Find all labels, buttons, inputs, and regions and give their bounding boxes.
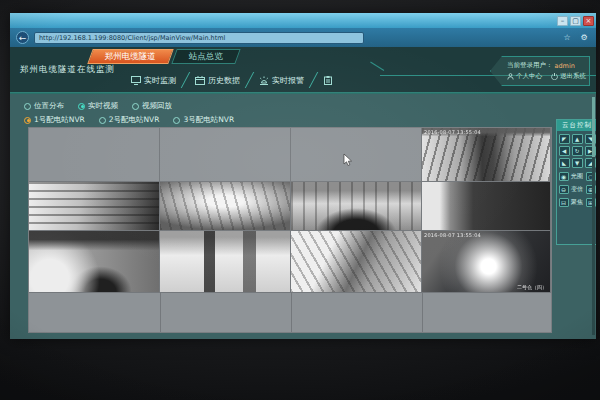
video-cell[interactable] bbox=[291, 231, 422, 293]
ptz-zoom-row: ⊖ 变倍 ⊕ bbox=[557, 183, 596, 196]
focus-label: 聚焦 bbox=[571, 198, 584, 207]
tab-site-overview[interactable]: 站点总览 bbox=[171, 49, 240, 64]
main-toolbar: 实时监测 历史数据 实时报警 bbox=[122, 71, 345, 89]
radio-nvr-3[interactable]: 3号配电站NVR bbox=[173, 115, 234, 125]
logout-link[interactable]: 退出系统 bbox=[551, 72, 586, 81]
power-icon bbox=[551, 73, 558, 80]
radio-icon bbox=[24, 117, 31, 124]
browser-titlebar[interactable]: – ▢ × bbox=[10, 13, 596, 28]
video-cell[interactable] bbox=[291, 182, 422, 231]
profile-link-label: 个人中心 bbox=[516, 72, 542, 81]
toolbar-item-realtime-alarm[interactable]: 实时报警 bbox=[250, 75, 313, 86]
radio-label: 1号配电站NVR bbox=[34, 115, 85, 125]
browser-settings-icon[interactable]: ⚙ bbox=[578, 32, 590, 44]
video-cell[interactable] bbox=[422, 182, 551, 231]
video-wall: 2016-08-07 13:55:04 2016-08-07 13:55:04 … bbox=[28, 127, 552, 333]
focus-near-button[interactable]: ⊟ bbox=[559, 198, 569, 207]
photo-of-monitor: { "browser": { "minimize": "–", "maximiz… bbox=[0, 0, 600, 400]
toolbar-item-history-data[interactable]: 历史数据 bbox=[186, 75, 249, 86]
radio-label: 位置分布 bbox=[34, 101, 64, 111]
camera-feed[interactable] bbox=[29, 182, 159, 230]
video-cell[interactable]: 2016-08-07 13:55:04 二号仓（四） bbox=[422, 231, 551, 293]
radio-nvr-2[interactable]: 2号配电站NVR bbox=[99, 115, 160, 125]
camera-feed[interactable] bbox=[422, 182, 550, 230]
user-links-line: 个人中心 退出系统 bbox=[507, 71, 585, 82]
person-icon bbox=[507, 73, 514, 80]
logout-link-label: 退出系统 bbox=[560, 72, 586, 81]
video-cell[interactable] bbox=[29, 231, 160, 293]
window-minimize-button[interactable]: – bbox=[557, 16, 568, 26]
user-panel: 当前登录用户： admin 个人中心 退出系统 bbox=[490, 56, 590, 86]
iris-label: 光圈 bbox=[571, 172, 584, 181]
video-cell[interactable] bbox=[160, 128, 291, 182]
ptz-direction-pad: ◤ ▲ ◥ ◀ ↻ ▶ ◣ ▼ ◢ bbox=[557, 131, 596, 170]
radio-icon bbox=[132, 103, 139, 110]
login-user-label: 当前登录用户： bbox=[507, 61, 553, 70]
radio-label: 2号配电站NVR bbox=[109, 115, 160, 125]
site-tabs: 郑州电缆隧道 站点总览 bbox=[90, 49, 238, 64]
radio-nvr-1[interactable]: 1号配电站NVR bbox=[24, 115, 85, 125]
tab-label: 站点总览 bbox=[189, 51, 223, 63]
tab-cable-tunnel[interactable]: 郑州电缆隧道 bbox=[87, 49, 173, 64]
radio-icon bbox=[173, 117, 180, 124]
radio-label: 视频回放 bbox=[142, 101, 172, 111]
view-mode-row: 位置分布 实时视频 视频回放 bbox=[24, 99, 234, 113]
ptz-up-left-button[interactable]: ◤ bbox=[559, 134, 570, 144]
feed-camera-label: 二号仓（四） bbox=[517, 284, 547, 290]
scrollbar-thumb[interactable] bbox=[592, 97, 595, 157]
camera-feed[interactable] bbox=[29, 128, 159, 181]
ptz-left-button[interactable]: ◀ bbox=[559, 146, 570, 156]
window-close-button[interactable]: × bbox=[583, 16, 594, 26]
camera-feed[interactable] bbox=[29, 231, 159, 292]
toolbar-item-report[interactable] bbox=[314, 76, 345, 85]
video-cell[interactable] bbox=[160, 182, 291, 231]
video-cell[interactable]: 2016-08-07 13:55:04 bbox=[422, 128, 551, 182]
zoom-out-button[interactable]: ⊖ bbox=[559, 185, 569, 194]
feed-timestamp: 2016-08-07 13:55:04 bbox=[424, 232, 481, 238]
video-cell[interactable] bbox=[29, 128, 160, 182]
tab-label: 郑州电缆隧道 bbox=[105, 51, 156, 63]
camera-feed[interactable] bbox=[291, 128, 421, 181]
ptz-down-left-button[interactable]: ◣ bbox=[559, 158, 570, 168]
clipboard-icon bbox=[323, 76, 333, 85]
camera-feed[interactable]: 2016-08-07 13:55:04 bbox=[422, 128, 550, 181]
calendar-icon bbox=[195, 76, 205, 85]
page-scrollbar[interactable] bbox=[592, 97, 595, 335]
video-cell[interactable] bbox=[160, 231, 291, 293]
ptz-iris-row: ◉ 光圈 ○ bbox=[557, 170, 596, 183]
username: admin bbox=[555, 62, 575, 70]
video-cell[interactable] bbox=[291, 128, 422, 182]
favorites-star-icon[interactable]: ☆ bbox=[561, 32, 573, 44]
radio-icon bbox=[99, 117, 106, 124]
browser-addressbar: ← http://192.168.1.199:8080/Client/jsp/M… bbox=[10, 28, 596, 47]
nvr-row: 1号配电站NVR 2号配电站NVR 3号配电站NVR bbox=[24, 113, 234, 127]
wall-divider bbox=[160, 293, 161, 332]
header-deco-diagonal bbox=[370, 62, 384, 71]
ptz-up-button[interactable]: ▲ bbox=[572, 134, 583, 144]
ptz-down-button[interactable]: ▼ bbox=[572, 158, 583, 168]
url-input[interactable]: http://192.168.1.199:8080/Client/jsp/Mai… bbox=[34, 32, 364, 44]
radio-video-playback[interactable]: 视频回放 bbox=[132, 101, 172, 111]
radio-icon bbox=[24, 103, 31, 110]
profile-link[interactable]: 个人中心 bbox=[507, 72, 542, 81]
video-cell[interactable] bbox=[29, 182, 160, 231]
camera-feed[interactable] bbox=[291, 231, 421, 292]
ptz-autoscan-button[interactable]: ↻ bbox=[572, 146, 583, 156]
camera-feed[interactable] bbox=[160, 231, 290, 292]
iris-minus-button[interactable]: ◉ bbox=[559, 172, 569, 181]
window-maximize-button[interactable]: ▢ bbox=[570, 16, 581, 26]
camera-feed[interactable] bbox=[291, 182, 421, 230]
toolbar-item-realtime-monitor[interactable]: 实时监测 bbox=[122, 75, 185, 86]
camera-feed[interactable] bbox=[160, 128, 290, 181]
app-page: 郑州电缆隧道在线监测 郑州电缆隧道 站点总览 实时监测 bbox=[10, 47, 596, 339]
filter-rows: 位置分布 实时视频 视频回放 1号配电站NVR 2号配电站N bbox=[24, 99, 234, 127]
zoom-label: 变倍 bbox=[571, 185, 584, 194]
radio-label: 3号配电站NVR bbox=[183, 115, 234, 125]
toolbar-item-label: 实时报警 bbox=[272, 75, 304, 86]
back-button[interactable]: ← bbox=[16, 31, 29, 44]
camera-feed[interactable] bbox=[160, 182, 290, 230]
radio-live-video[interactable]: 实时视频 bbox=[78, 101, 118, 111]
radio-location-map[interactable]: 位置分布 bbox=[24, 101, 64, 111]
camera-feed[interactable]: 2016-08-07 13:55:04 二号仓（四） bbox=[422, 231, 550, 292]
wall-divider bbox=[422, 293, 423, 332]
